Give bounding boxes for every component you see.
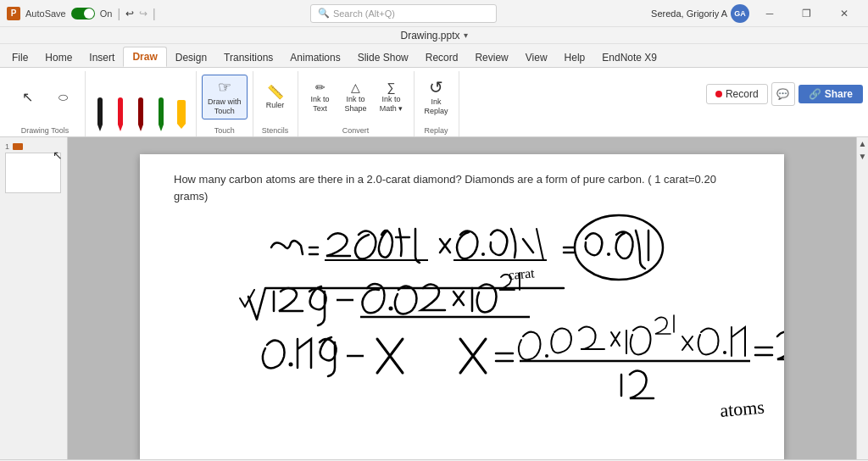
tab-slideshow[interactable]: Slide Show bbox=[349, 48, 417, 67]
ribbon-right-actions: Record 💬 🔗 Share bbox=[706, 68, 863, 136]
toggle-state-label: On bbox=[100, 8, 113, 19]
ribbon-group-convert: ✏ Ink toText △ Ink toShape ∑ Ink toMath … bbox=[298, 71, 415, 136]
ink-to-shape-icon: △ bbox=[351, 81, 360, 93]
ruler-icon: 📏 bbox=[267, 86, 284, 99]
svg-point-4 bbox=[607, 253, 610, 256]
pen-red-button[interactable] bbox=[111, 97, 130, 131]
ink-to-text-button[interactable]: ✏ Ink toText bbox=[303, 79, 337, 116]
tab-design[interactable]: Design bbox=[167, 48, 215, 67]
svg-point-11 bbox=[545, 354, 548, 358]
ink-to-text-label: Ink toText bbox=[311, 95, 330, 114]
svg-point-12 bbox=[723, 351, 726, 354]
replay-items: ↺ InkReplay bbox=[420, 71, 453, 126]
convert-label: Convert bbox=[342, 126, 370, 136]
titlebar-right: Sereda, Grigoriy A GA ─ ❐ ✕ bbox=[651, 2, 861, 25]
draw-with-touch-button[interactable]: ☞ Draw withTouch bbox=[202, 75, 248, 119]
touch-icon: ☞ bbox=[218, 78, 231, 97]
svg-point-7 bbox=[389, 307, 393, 311]
ribbon-group-stencils: 📏 Ruler Stencils bbox=[253, 71, 298, 136]
search-placeholder: Search (Alt+Q) bbox=[333, 8, 395, 19]
user-info: Sereda, Grigoriy A GA bbox=[651, 4, 749, 23]
slide-canvas[interactable]: How many carbon atoms are there in a 2.0… bbox=[140, 154, 784, 459]
tab-help[interactable]: Help bbox=[556, 48, 594, 67]
ink-to-math-label: Ink toMath ▾ bbox=[380, 95, 403, 114]
draw-with-touch-label: Draw withTouch bbox=[208, 97, 242, 116]
ribbon: ↖ ⬭ Drawing Tools bbox=[0, 68, 868, 137]
svg-point-9 bbox=[289, 363, 293, 367]
ink-to-math-button[interactable]: ∑ Ink toMath ▾ bbox=[375, 79, 409, 116]
user-avatar: GA bbox=[731, 4, 749, 23]
pen-black-button[interactable] bbox=[91, 97, 109, 131]
titlebar-center: 🔍 Search (Alt+Q) bbox=[310, 4, 497, 23]
scroll-up-arrow[interactable]: ▲ bbox=[857, 137, 868, 150]
comment-button[interactable]: 💬 bbox=[771, 82, 795, 106]
lasso-tool-button[interactable]: ⬭ bbox=[46, 89, 80, 105]
lasso-icon: ⬭ bbox=[58, 92, 68, 103]
ribbon-group-replay: ↺ InkReplay Replay bbox=[415, 71, 459, 136]
ribbon-group-pens bbox=[86, 71, 197, 136]
svg-text:atoms: atoms bbox=[719, 396, 765, 420]
tab-file[interactable]: File bbox=[3, 48, 36, 67]
undo-icon[interactable]: ↩ bbox=[125, 8, 134, 19]
ribbon-group-touch: ☞ Draw withTouch Touch bbox=[197, 71, 253, 136]
separator: | bbox=[117, 7, 120, 20]
pen-yellow-button[interactable] bbox=[172, 97, 191, 131]
redo-icon[interactable]: ↪ bbox=[139, 8, 147, 19]
ink-replay-button[interactable]: ↺ InkReplay bbox=[420, 76, 453, 119]
ink-to-math-icon: ∑ bbox=[387, 81, 396, 93]
ruler-button[interactable]: 📏 Ruler bbox=[259, 83, 292, 112]
ribbon-tabs: File Home Insert Draw Design Transitions… bbox=[0, 44, 868, 68]
touch-label: Touch bbox=[214, 126, 235, 136]
ruler-label: Ruler bbox=[266, 101, 285, 109]
tab-draw[interactable]: Draw bbox=[123, 47, 166, 67]
svg-point-5 bbox=[575, 215, 663, 280]
pen-darkred-button[interactable] bbox=[131, 97, 150, 131]
separator2: | bbox=[153, 7, 156, 20]
user-name: Sereda, Grigoriy A bbox=[651, 8, 727, 19]
pen-green-button[interactable] bbox=[152, 97, 170, 131]
replay-label: Replay bbox=[425, 126, 448, 136]
minimize-button[interactable]: ─ bbox=[753, 2, 787, 25]
svg-point-1 bbox=[481, 253, 485, 256]
drawing-tools-label: Drawing Tools bbox=[21, 126, 69, 136]
slide-indicator bbox=[13, 143, 23, 150]
titlebar: P AutoSave On | ↩ ↪ | 🔍 Search (Alt+Q) S… bbox=[0, 0, 868, 27]
touch-items: ☞ Draw withTouch bbox=[202, 71, 248, 126]
share-icon: 🔗 bbox=[809, 88, 821, 100]
select-icon: ↖ bbox=[22, 91, 33, 104]
tab-animations[interactable]: Animations bbox=[281, 48, 348, 67]
main-area: 1 ↖ How many carbon atoms are there in a… bbox=[0, 137, 868, 459]
tab-review[interactable]: Review bbox=[466, 48, 516, 67]
autosave-label: AutoSave bbox=[25, 8, 66, 19]
file-dropdown-icon[interactable]: ▾ bbox=[464, 31, 468, 40]
ink-replay-icon: ↺ bbox=[429, 79, 443, 96]
titlebar-left: P AutoSave On | ↩ ↪ | bbox=[7, 7, 156, 20]
share-button[interactable]: 🔗 Share bbox=[798, 85, 863, 103]
record-button[interactable]: Record bbox=[706, 84, 768, 104]
tab-endnote[interactable]: EndNote X9 bbox=[593, 48, 665, 67]
ink-drawing: carat bbox=[140, 154, 784, 459]
slide-num-label: 1 bbox=[5, 142, 9, 151]
tab-view[interactable]: View bbox=[517, 48, 556, 67]
slide-panel: 1 bbox=[0, 137, 68, 459]
restore-button[interactable]: ❐ bbox=[790, 2, 824, 25]
ink-to-shape-button[interactable]: △ Ink toShape bbox=[339, 79, 373, 116]
tab-insert[interactable]: Insert bbox=[81, 48, 123, 67]
search-box[interactable]: 🔍 Search (Alt+Q) bbox=[310, 4, 497, 23]
ribbon-group-drawing-tools: ↖ ⬭ Drawing Tools bbox=[5, 71, 86, 136]
right-scroll-panel: ▲ ▼ bbox=[856, 137, 868, 459]
user-initials: GA bbox=[734, 9, 746, 18]
autosave-toggle[interactable] bbox=[71, 8, 95, 19]
ink-to-shape-label: Ink toShape bbox=[345, 95, 367, 114]
drawing-tools-items: ↖ ⬭ bbox=[10, 71, 80, 126]
canvas-area: ↖ How many carbon atoms are there in a 2… bbox=[68, 137, 856, 459]
close-button[interactable]: ✕ bbox=[827, 2, 861, 25]
tab-home[interactable]: Home bbox=[36, 48, 81, 67]
stencils-label: Stencils bbox=[262, 126, 289, 136]
tab-record[interactable]: Record bbox=[417, 48, 467, 67]
app-icon: P bbox=[7, 7, 20, 20]
tab-transitions[interactable]: Transitions bbox=[215, 48, 281, 67]
select-tool-button[interactable]: ↖ bbox=[10, 88, 44, 107]
file-title-bar: Drawing.pptx ▾ bbox=[0, 27, 868, 44]
scroll-down-arrow[interactable]: ▼ bbox=[857, 150, 868, 163]
